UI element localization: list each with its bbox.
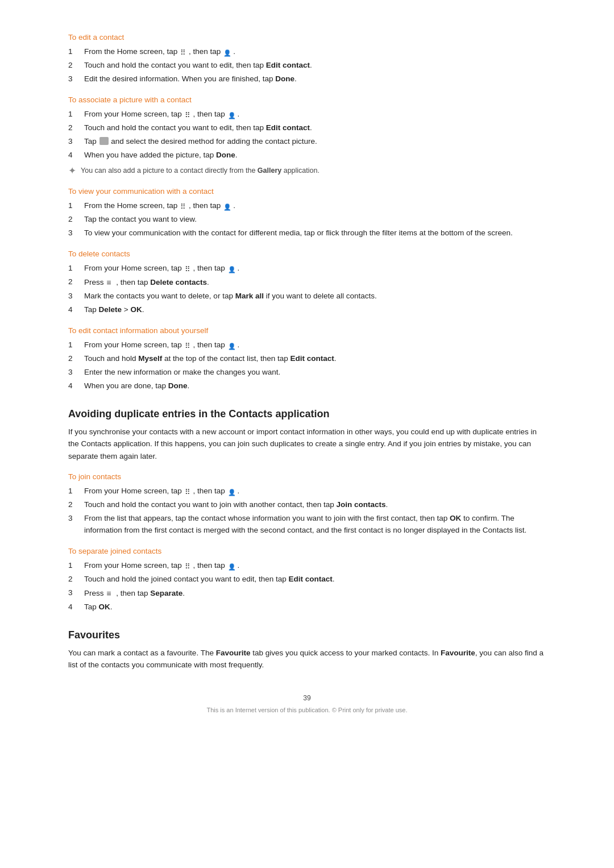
step-item: 1 From your Home screen, tap , then tap … [68,109,546,121]
step-item: 3 To view your communication with the co… [68,227,546,239]
grid-icon [185,264,193,272]
h2-favourites-title: Favourites [68,629,546,641]
step-item: 3 Enter the new information or make the … [68,367,546,379]
section-title-delete-contacts: To delete contacts [68,250,546,258]
section-title-join-contacts: To join contacts [68,472,546,481]
section-view-communication: To view your communication with a contac… [68,187,546,239]
h2-avoid-duplicates-title: Avoiding duplicate entries in the Contac… [68,408,546,420]
step-item: 4 Tap OK. [68,601,546,613]
section-edit-yourself: To edit contact information about yourse… [68,326,546,392]
grid-icon [180,47,188,55]
tip-icon: ✦ [68,165,76,177]
section-title-view-communication: To view your communication with a contac… [68,187,546,196]
section-associate-picture: To associate a picture with a contact 1 … [68,95,546,177]
step-list-view-communication: 1 From the Home screen, tap , then tap .… [68,200,546,239]
contact-icon [228,264,237,272]
section-delete-contacts: To delete contacts 1 From your Home scre… [68,250,546,316]
tip-box-gallery: ✦ You can also add a picture to a contac… [68,165,546,177]
step-list-edit-contact: 1 From the Home screen, tap , then tap .… [68,46,546,85]
tip-text-gallery: You can also add a picture to a contact … [81,165,320,176]
section-title-edit-contact: To edit a contact [68,33,546,41]
section-edit-contact: To edit a contact 1 From the Home screen… [68,33,546,85]
grid-icon [185,110,193,118]
step-list-separate-contacts: 1 From your Home screen, tap , then tap … [68,560,546,613]
grid-icon [185,340,193,348]
menu-icon [106,277,115,285]
grid-icon [180,201,188,209]
section-separate-contacts: To separate joined contacts 1 From your … [68,547,546,613]
step-item: 2 Touch and hold the contact you want to… [68,122,546,134]
contact-icon [228,487,237,495]
contact-icon [223,201,233,209]
step-item: 4 Tap Delete > OK. [68,304,546,316]
step-item: 1 From your Home screen, tap , then tap … [68,485,546,497]
step-item: 2 Tap the contact you want to view. [68,214,546,226]
intro-favourites: You can mark a contact as a favourite. T… [68,647,546,671]
page-number: 39 [68,694,546,702]
section-title-associate-picture: To associate a picture with a contact [68,95,546,104]
step-item: 2 Touch and hold Myself at the top of th… [68,353,546,365]
step-item: 3 Press , then tap Separate. [68,587,546,600]
footer-note: This is an Internet version of this publ… [68,707,546,713]
step-item: 1 From your Home screen, tap , then tap … [68,560,546,572]
step-item: 3 Edit the desired information. When you… [68,73,546,85]
step-item: 2 Touch and hold the joined contact you … [68,574,546,585]
contact-icon [228,340,237,348]
menu-icon [106,588,115,596]
step-item: 2 Touch and hold the contact you want to… [68,60,546,72]
step-item: 1 From your Home screen, tap , then tap … [68,339,546,351]
section-avoid-duplicates: Avoiding duplicate entries in the Contac… [68,408,546,613]
step-list-delete-contacts: 1 From your Home screen, tap , then tap … [68,263,546,316]
contact-icon [228,110,237,118]
step-list-edit-yourself: 1 From your Home screen, tap , then tap … [68,339,546,392]
contact-icon [223,47,233,55]
section-join-contacts: To join contacts 1 From your Home screen… [68,472,546,537]
step-item: 1 From the Home screen, tap , then tap . [68,46,546,58]
step-item: 3 Tap and select the desired method for … [68,136,546,148]
section-favourites: Favourites You can mark a contact as a f… [68,629,546,671]
step-item: 2 Touch and hold the contact you want to… [68,499,546,511]
section-title-separate-contacts: To separate joined contacts [68,547,546,555]
step-item: 1 From the Home screen, tap , then tap . [68,200,546,212]
step-item: 4 When you have added the picture, tap D… [68,149,546,161]
step-item: 3 From the list that appears, tap the co… [68,513,546,537]
step-item: 2 Press , then tap Delete contacts. [68,276,546,289]
intro-avoid-duplicates: If you synchronise your contacts with a … [68,426,546,463]
grid-icon [185,487,193,495]
grid-icon [185,561,193,569]
section-title-edit-yourself: To edit contact information about yourse… [68,326,546,335]
step-item: 3 Mark the contacts you want to delete, … [68,290,546,302]
step-list-join-contacts: 1 From your Home screen, tap , then tap … [68,485,546,537]
step-item: 4 When you are done, tap Done. [68,380,546,392]
photo-icon [99,137,109,145]
step-item: 1 From your Home screen, tap , then tap … [68,263,546,275]
step-list-associate-picture: 1 From your Home screen, tap , then tap … [68,109,546,161]
contact-icon [228,561,237,569]
